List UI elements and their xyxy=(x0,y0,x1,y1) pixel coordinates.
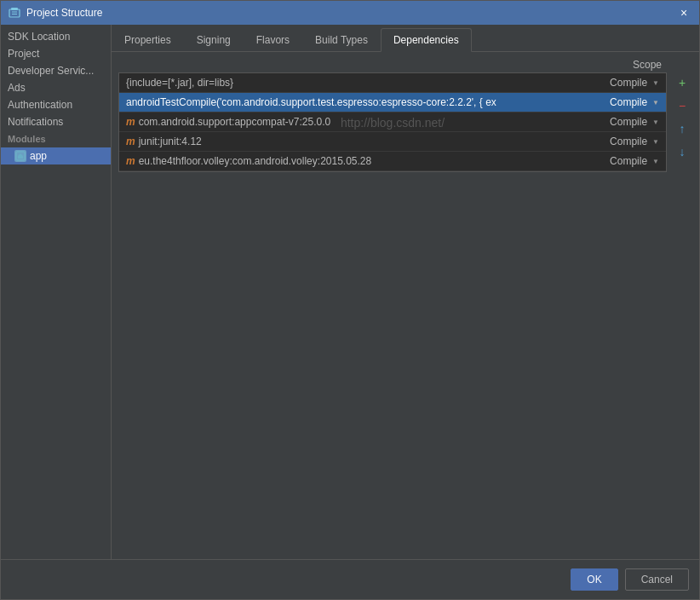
title-bar: Project Structure × xyxy=(1,1,699,25)
svg-rect-1 xyxy=(11,8,18,10)
remove-dependency-button[interactable]: − xyxy=(672,95,692,116)
add-dependency-button[interactable]: + xyxy=(672,72,692,93)
dep-name-junit: mjunit:junit:4.12 xyxy=(126,136,565,147)
scope-dropdown-icon[interactable]: ▼ xyxy=(652,79,659,87)
dependencies-list: {include=[*.jar], dir=libs} Compile ▼ an… xyxy=(119,73,666,171)
tab-flavors[interactable]: Flavors xyxy=(244,28,302,51)
move-up-button[interactable]: ↑ xyxy=(672,118,692,139)
module-icon xyxy=(14,150,26,162)
scope-dropdown-icon[interactable]: ▼ xyxy=(652,99,659,107)
sidebar-item-sdk-location[interactable]: SDK Location xyxy=(1,28,111,45)
dep-name-espresso: androidTestCompile('com.android.support.… xyxy=(126,96,565,108)
dep-row-appcompat[interactable]: mcom.android.support:appcompat-v7:25.0.0… xyxy=(119,112,666,132)
tab-dependencies[interactable]: Dependencies xyxy=(381,28,472,52)
right-action-buttons: + − ↑ ↓ xyxy=(667,72,692,162)
m-icon-appcompat: m xyxy=(126,116,135,128)
dep-scope-junit: Compile ▼ xyxy=(565,136,659,147)
scope-column-label: Scope xyxy=(633,59,662,71)
sidebar-item-ads[interactable]: Ads xyxy=(1,79,111,96)
m-icon-junit: m xyxy=(126,136,135,147)
dep-row-espresso[interactable]: androidTestCompile('com.android.support.… xyxy=(119,93,666,112)
dep-scope-espresso: Compile ▼ xyxy=(565,96,659,108)
dialog-title: Project Structure xyxy=(26,7,675,19)
dep-name-volley: meu.the4thfloor.volley:com.android.volle… xyxy=(126,155,565,167)
table-plus-area: {include=[*.jar], dir=libs} Compile ▼ an… xyxy=(118,72,692,552)
scope-dropdown-icon[interactable]: ▼ xyxy=(652,138,659,146)
dep-name-jar: {include=[*.jar], dir=libs} xyxy=(126,77,565,89)
dep-row-junit[interactable]: mjunit:junit:4.12 Compile ▼ xyxy=(119,132,666,152)
project-structure-dialog: Project Structure × SDK Location Project… xyxy=(0,0,700,600)
bottom-buttons: OK Cancel xyxy=(1,559,699,599)
close-button[interactable]: × xyxy=(675,4,692,21)
module-app-label: app xyxy=(30,150,47,162)
right-panel: Properties Signing Flavors Build Types D… xyxy=(112,25,699,559)
dep-row-volley[interactable]: meu.the4thfloor.volley:com.android.volle… xyxy=(119,152,666,171)
scope-dropdown-icon[interactable]: ▼ xyxy=(652,118,659,126)
main-content: SDK Location Project Developer Servic...… xyxy=(1,25,699,559)
dep-scope-volley: Compile ▼ xyxy=(565,155,659,167)
cancel-button[interactable]: Cancel xyxy=(625,568,689,591)
sidebar-item-project[interactable]: Project xyxy=(1,45,111,62)
scope-dropdown-icon[interactable]: ▼ xyxy=(652,158,659,165)
sidebar-item-developer-services[interactable]: Developer Servic... xyxy=(1,62,111,79)
dep-scope-appcompat: Compile ▼ xyxy=(565,116,659,128)
sidebar-module-app[interactable]: app xyxy=(1,147,111,164)
scope-header: Scope xyxy=(118,59,692,71)
dependencies-tab-content: Scope {include=[*.jar], dir=libs} Compil… xyxy=(112,52,699,559)
app-icon xyxy=(8,6,21,20)
dependencies-table: {include=[*.jar], dir=libs} Compile ▼ an… xyxy=(118,72,667,172)
ok-button[interactable]: OK xyxy=(571,568,617,591)
svg-rect-0 xyxy=(9,9,20,17)
sidebar-item-authentication[interactable]: Authentication xyxy=(1,96,111,113)
dep-scope-jar: Compile ▼ xyxy=(565,77,659,89)
dep-name-appcompat: mcom.android.support:appcompat-v7:25.0.0 xyxy=(126,116,565,128)
tabs-bar: Properties Signing Flavors Build Types D… xyxy=(112,25,699,52)
m-icon-volley: m xyxy=(126,155,135,167)
move-down-button[interactable]: ↓ xyxy=(672,141,692,162)
sidebar: SDK Location Project Developer Servic...… xyxy=(1,25,112,559)
tab-properties[interactable]: Properties xyxy=(112,28,184,51)
sidebar-item-notifications[interactable]: Notifications xyxy=(1,113,111,130)
modules-section-label: Modules xyxy=(1,130,111,147)
tab-signing[interactable]: Signing xyxy=(184,28,244,51)
dep-row-jar[interactable]: {include=[*.jar], dir=libs} Compile ▼ xyxy=(119,73,666,93)
tab-build-types[interactable]: Build Types xyxy=(302,28,381,51)
